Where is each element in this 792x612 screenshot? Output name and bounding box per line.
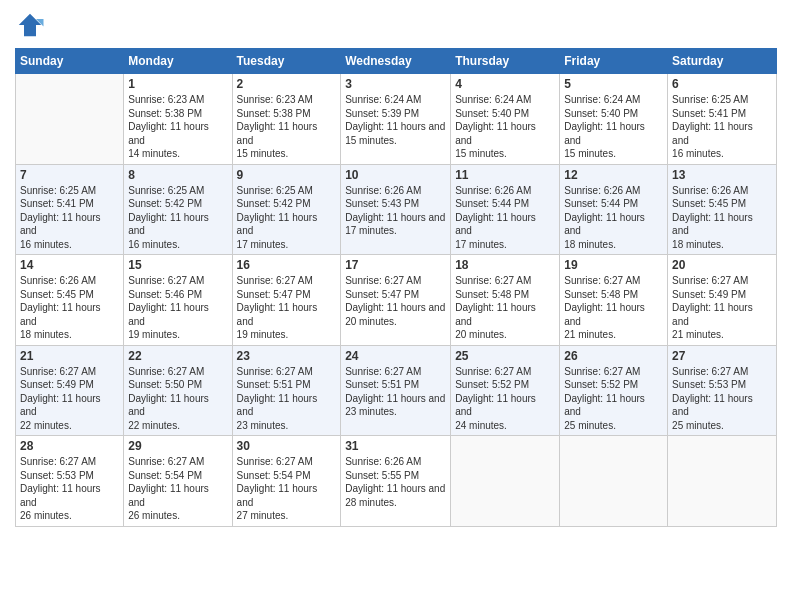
calendar-cell: 1Sunrise: 6:23 AMSunset: 5:38 PMDaylight… (124, 74, 232, 165)
day-info: Sunrise: 6:27 AMSunset: 5:54 PMDaylight:… (237, 455, 337, 523)
day-number: 7 (20, 168, 119, 182)
calendar-cell: 13Sunrise: 6:26 AMSunset: 5:45 PMDayligh… (668, 164, 777, 255)
calendar-cell: 5Sunrise: 6:24 AMSunset: 5:40 PMDaylight… (560, 74, 668, 165)
calendar-cell: 14Sunrise: 6:26 AMSunset: 5:45 PMDayligh… (16, 255, 124, 346)
calendar-cell: 29Sunrise: 6:27 AMSunset: 5:54 PMDayligh… (124, 436, 232, 527)
page: SundayMondayTuesdayWednesdayThursdayFrid… (0, 0, 792, 612)
day-info: Sunrise: 6:24 AMSunset: 5:39 PMDaylight:… (345, 93, 446, 147)
calendar-week-row: 28Sunrise: 6:27 AMSunset: 5:53 PMDayligh… (16, 436, 777, 527)
day-number: 19 (564, 258, 663, 272)
day-number: 8 (128, 168, 227, 182)
calendar-cell: 27Sunrise: 6:27 AMSunset: 5:53 PMDayligh… (668, 345, 777, 436)
day-info: Sunrise: 6:26 AMSunset: 5:45 PMDaylight:… (672, 184, 772, 252)
day-info: Sunrise: 6:27 AMSunset: 5:51 PMDaylight:… (237, 365, 337, 433)
day-header-tuesday: Tuesday (232, 49, 341, 74)
day-number: 4 (455, 77, 555, 91)
calendar-cell: 28Sunrise: 6:27 AMSunset: 5:53 PMDayligh… (16, 436, 124, 527)
day-info: Sunrise: 6:27 AMSunset: 5:52 PMDaylight:… (564, 365, 663, 433)
day-header-wednesday: Wednesday (341, 49, 451, 74)
day-number: 25 (455, 349, 555, 363)
calendar-cell: 7Sunrise: 6:25 AMSunset: 5:41 PMDaylight… (16, 164, 124, 255)
calendar-cell (560, 436, 668, 527)
day-info: Sunrise: 6:27 AMSunset: 5:54 PMDaylight:… (128, 455, 227, 523)
calendar-cell: 11Sunrise: 6:26 AMSunset: 5:44 PMDayligh… (451, 164, 560, 255)
day-info: Sunrise: 6:27 AMSunset: 5:49 PMDaylight:… (672, 274, 772, 342)
day-number: 2 (237, 77, 337, 91)
calendar-cell: 9Sunrise: 6:25 AMSunset: 5:42 PMDaylight… (232, 164, 341, 255)
day-number: 1 (128, 77, 227, 91)
day-info: Sunrise: 6:26 AMSunset: 5:45 PMDaylight:… (20, 274, 119, 342)
calendar-cell (451, 436, 560, 527)
day-info: Sunrise: 6:24 AMSunset: 5:40 PMDaylight:… (455, 93, 555, 161)
calendar-cell: 10Sunrise: 6:26 AMSunset: 5:43 PMDayligh… (341, 164, 451, 255)
calendar-cell: 25Sunrise: 6:27 AMSunset: 5:52 PMDayligh… (451, 345, 560, 436)
calendar-cell: 4Sunrise: 6:24 AMSunset: 5:40 PMDaylight… (451, 74, 560, 165)
day-info: Sunrise: 6:27 AMSunset: 5:53 PMDaylight:… (20, 455, 119, 523)
calendar-table: SundayMondayTuesdayWednesdayThursdayFrid… (15, 48, 777, 527)
day-number: 9 (237, 168, 337, 182)
day-header-saturday: Saturday (668, 49, 777, 74)
calendar-cell: 16Sunrise: 6:27 AMSunset: 5:47 PMDayligh… (232, 255, 341, 346)
day-info: Sunrise: 6:27 AMSunset: 5:47 PMDaylight:… (237, 274, 337, 342)
day-info: Sunrise: 6:26 AMSunset: 5:44 PMDaylight:… (455, 184, 555, 252)
day-info: Sunrise: 6:27 AMSunset: 5:48 PMDaylight:… (455, 274, 555, 342)
calendar-cell: 19Sunrise: 6:27 AMSunset: 5:48 PMDayligh… (560, 255, 668, 346)
logo-icon (15, 10, 45, 40)
day-info: Sunrise: 6:27 AMSunset: 5:52 PMDaylight:… (455, 365, 555, 433)
header (15, 10, 777, 40)
calendar-cell: 21Sunrise: 6:27 AMSunset: 5:49 PMDayligh… (16, 345, 124, 436)
calendar-week-row: 1Sunrise: 6:23 AMSunset: 5:38 PMDaylight… (16, 74, 777, 165)
day-number: 27 (672, 349, 772, 363)
day-info: Sunrise: 6:27 AMSunset: 5:46 PMDaylight:… (128, 274, 227, 342)
day-number: 18 (455, 258, 555, 272)
day-number: 31 (345, 439, 446, 453)
day-number: 28 (20, 439, 119, 453)
day-number: 5 (564, 77, 663, 91)
calendar-cell: 15Sunrise: 6:27 AMSunset: 5:46 PMDayligh… (124, 255, 232, 346)
calendar-cell: 23Sunrise: 6:27 AMSunset: 5:51 PMDayligh… (232, 345, 341, 436)
calendar-cell: 6Sunrise: 6:25 AMSunset: 5:41 PMDaylight… (668, 74, 777, 165)
day-number: 13 (672, 168, 772, 182)
calendar-cell (668, 436, 777, 527)
day-number: 10 (345, 168, 446, 182)
day-header-friday: Friday (560, 49, 668, 74)
calendar-cell: 26Sunrise: 6:27 AMSunset: 5:52 PMDayligh… (560, 345, 668, 436)
day-number: 24 (345, 349, 446, 363)
day-number: 15 (128, 258, 227, 272)
calendar-week-row: 21Sunrise: 6:27 AMSunset: 5:49 PMDayligh… (16, 345, 777, 436)
day-info: Sunrise: 6:25 AMSunset: 5:42 PMDaylight:… (128, 184, 227, 252)
day-number: 21 (20, 349, 119, 363)
calendar-cell: 18Sunrise: 6:27 AMSunset: 5:48 PMDayligh… (451, 255, 560, 346)
day-number: 11 (455, 168, 555, 182)
day-number: 29 (128, 439, 227, 453)
calendar-cell: 20Sunrise: 6:27 AMSunset: 5:49 PMDayligh… (668, 255, 777, 346)
day-info: Sunrise: 6:24 AMSunset: 5:40 PMDaylight:… (564, 93, 663, 161)
calendar-week-row: 7Sunrise: 6:25 AMSunset: 5:41 PMDaylight… (16, 164, 777, 255)
day-info: Sunrise: 6:27 AMSunset: 5:53 PMDaylight:… (672, 365, 772, 433)
calendar-cell: 2Sunrise: 6:23 AMSunset: 5:38 PMDaylight… (232, 74, 341, 165)
day-info: Sunrise: 6:27 AMSunset: 5:47 PMDaylight:… (345, 274, 446, 328)
day-number: 12 (564, 168, 663, 182)
day-number: 26 (564, 349, 663, 363)
calendar-cell: 30Sunrise: 6:27 AMSunset: 5:54 PMDayligh… (232, 436, 341, 527)
day-info: Sunrise: 6:27 AMSunset: 5:50 PMDaylight:… (128, 365, 227, 433)
day-info: Sunrise: 6:27 AMSunset: 5:51 PMDaylight:… (345, 365, 446, 419)
day-number: 6 (672, 77, 772, 91)
day-number: 22 (128, 349, 227, 363)
calendar-cell: 3Sunrise: 6:24 AMSunset: 5:39 PMDaylight… (341, 74, 451, 165)
day-number: 30 (237, 439, 337, 453)
day-info: Sunrise: 6:23 AMSunset: 5:38 PMDaylight:… (237, 93, 337, 161)
day-info: Sunrise: 6:26 AMSunset: 5:43 PMDaylight:… (345, 184, 446, 238)
day-number: 23 (237, 349, 337, 363)
day-header-thursday: Thursday (451, 49, 560, 74)
day-number: 20 (672, 258, 772, 272)
day-number: 14 (20, 258, 119, 272)
day-header-sunday: Sunday (16, 49, 124, 74)
day-info: Sunrise: 6:25 AMSunset: 5:42 PMDaylight:… (237, 184, 337, 252)
calendar-cell (16, 74, 124, 165)
day-number: 3 (345, 77, 446, 91)
day-number: 17 (345, 258, 446, 272)
day-info: Sunrise: 6:25 AMSunset: 5:41 PMDaylight:… (20, 184, 119, 252)
day-header-monday: Monday (124, 49, 232, 74)
calendar-cell: 17Sunrise: 6:27 AMSunset: 5:47 PMDayligh… (341, 255, 451, 346)
